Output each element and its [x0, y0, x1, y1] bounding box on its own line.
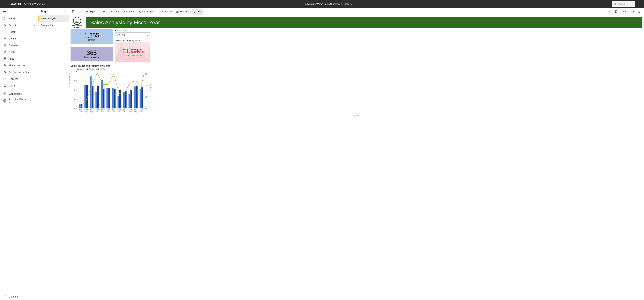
fiscal-year-slicer[interactable]: FY2018 ⌄ — [115, 32, 150, 38]
kpi-visual[interactable]: $1.99M! Goal: $2.32M (-14.28%) — [115, 42, 150, 62]
separator: | — [341, 3, 342, 5]
svg-rect-65 — [123, 92, 125, 108]
svg-text:2018: 2018 — [129, 109, 132, 111]
report-canvas: ADVENTUREWORKS Sales Analysis by Fiscal … — [69, 15, 644, 300]
orders-value: 1,255 — [84, 32, 99, 39]
nav-item-deployment-pipelines[interactable]: Deployment pipelines — [0, 69, 38, 76]
brand-label: Power BI — [10, 2, 21, 6]
toolbar-more-icon[interactable]: ··· — [204, 8, 210, 14]
export-menu[interactable]: Export ⌄ — [84, 8, 100, 14]
svg-text:Jul: Jul — [80, 111, 82, 113]
resellers-value: 365 — [87, 49, 97, 56]
nav-item-shared-with-me[interactable]: Shared with me — [0, 62, 38, 69]
nav-label: Apps — [9, 58, 14, 60]
share-button[interactable]: Share — [101, 8, 114, 14]
report-name: Adventure Works Sales Summary — [305, 3, 340, 5]
nav-label: Workspaces — [9, 92, 22, 95]
page-tab-sales-order[interactable]: Sales order — [38, 22, 69, 28]
share-label: Share — [106, 10, 112, 13]
nav-item-create[interactable]: Create — [0, 35, 38, 42]
nav-label: AdventureWorks ... — [8, 98, 26, 103]
chevron-right-icon: › — [34, 31, 35, 33]
legend-target: Target — [89, 68, 94, 70]
svg-rect-53 — [106, 88, 108, 108]
svg-rect-12 — [4, 94, 5, 95]
rocket-icon — [3, 71, 6, 74]
edit-button[interactable]: Edit — [192, 8, 203, 14]
nav-item-workspaces[interactable]: Workspaces› — [0, 90, 38, 97]
svg-point-15 — [140, 10, 141, 12]
nav-label: Get data — [9, 295, 18, 298]
kpi-value: $1.99M! — [122, 48, 143, 54]
nav-item-home[interactable]: Home — [0, 15, 38, 22]
combo-chart[interactable]: Sales, Target and Profit % by Month Sale… — [70, 64, 642, 117]
svg-rect-46 — [98, 86, 99, 108]
workspace-name[interactable]: AdventureWorks Inc. — [24, 3, 45, 5]
nav-label: Shared with me — [9, 64, 25, 67]
chart-plot: $0M$1M$2M$3M$4M2%3%4%5%2017Jul2017Aug201… — [70, 71, 150, 114]
nav-item-datasets[interactable]: Datasets — [0, 42, 38, 49]
chevron-right-icon: › — [34, 24, 35, 26]
orders-label: Orders — [88, 38, 96, 41]
workspaces-icon — [3, 92, 6, 95]
favorite-button[interactable] — [636, 9, 641, 14]
subscribe-button[interactable]: Subscribe — [174, 8, 192, 14]
nav-item-goals[interactable]: Goals — [0, 49, 38, 56]
svg-text:2017: 2017 — [79, 109, 82, 111]
discover-icon — [3, 78, 6, 80]
y1-axis-label: Sales and Target — [69, 73, 70, 87]
nav-item-recent[interactable]: Recent› — [0, 28, 38, 35]
kpi-goal: Goal: $2.32M (-14.28%) — [124, 55, 142, 56]
view-button[interactable]: ⌄ — [622, 9, 629, 14]
svg-rect-77 — [140, 89, 141, 108]
nav-get-data[interactable]: Get data — [0, 293, 38, 300]
subscribe-label: Subscribe — [180, 10, 190, 13]
svg-rect-49 — [101, 80, 102, 108]
report-title-dropdown[interactable]: Adventure Works Sales Summary | Public ⌄ — [45, 3, 612, 5]
nav-label: Discover — [9, 78, 18, 80]
resellers-card[interactable]: 365 Distinct Resellers — [70, 47, 113, 62]
nav-item-discover[interactable]: Discover — [0, 76, 38, 82]
book-icon — [3, 84, 6, 87]
insights-button[interactable]: Get insights — [137, 8, 156, 14]
svg-rect-10 — [4, 93, 5, 94]
svg-text:2%: 2% — [145, 108, 148, 109]
search-input[interactable] — [618, 3, 631, 5]
page-tab-sales-analysis[interactable]: Sales analysis — [38, 15, 69, 22]
insights-label: Get insights — [142, 10, 155, 13]
legend-sales: Sales — [80, 68, 84, 70]
premium-icon — [29, 99, 31, 102]
reset-button[interactable] — [608, 9, 612, 14]
nav-label: Deployment pipelines — [9, 71, 31, 74]
svg-text:$0M: $0M — [74, 108, 77, 109]
comment-button[interactable]: Comment — [157, 8, 174, 14]
svg-rect-41 — [90, 76, 92, 108]
nav-toggle-button[interactable] — [0, 8, 38, 15]
app-launcher-icon[interactable] — [1, 1, 8, 8]
nav-item-apps[interactable]: Apps — [0, 56, 38, 62]
svg-rect-13 — [116, 11, 118, 12]
search-box[interactable] — [612, 1, 635, 7]
svg-text:$3M: $3M — [74, 80, 77, 82]
svg-rect-66 — [125, 91, 126, 108]
refresh-button[interactable] — [630, 9, 635, 14]
svg-text:3%: 3% — [145, 96, 148, 98]
svg-point-7 — [4, 64, 5, 66]
more-options-icon[interactable]: ··· — [638, 2, 641, 6]
nav-label: Datasets — [9, 44, 18, 47]
orders-card[interactable]: 1,255 Orders — [70, 29, 113, 44]
svg-text:2018: 2018 — [134, 109, 138, 111]
svg-rect-57 — [112, 88, 114, 108]
file-menu[interactable]: File ⌄ — [70, 8, 84, 14]
chevron-down-icon: ⌄ — [147, 34, 148, 36]
svg-text:Mar: Mar — [124, 111, 126, 113]
bookmark-button[interactable]: ⌄ — [614, 9, 621, 14]
nav-current-workspace[interactable]: AWAdventureWorks ...⌄ — [0, 97, 38, 104]
logo-text-2: WORKS — [74, 26, 80, 28]
collapse-pages-icon[interactable]: ≪ — [64, 10, 66, 13]
nav-item-learn[interactable]: Learn — [0, 82, 38, 89]
chat-teams-button[interactable]: Chat in Teams — [114, 8, 136, 14]
chevron-down-icon: ⌄ — [98, 11, 99, 12]
svg-rect-11 — [5, 93, 6, 94]
nav-item-favorites[interactable]: Favorites› — [0, 22, 38, 28]
